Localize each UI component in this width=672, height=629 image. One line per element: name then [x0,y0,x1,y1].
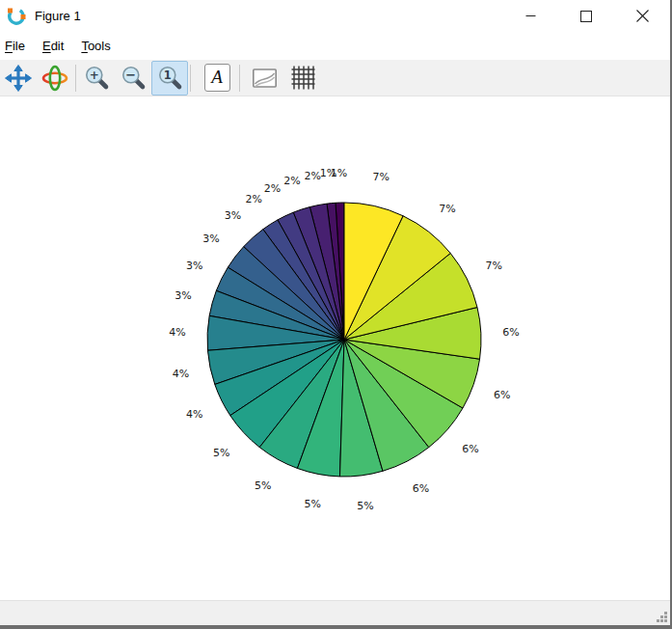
pie-slice-label: 3% [186,260,202,272]
pie-chart: 1%1%2%2%2%2%3%3%3%3%4%4%4%5%5%5%5%6%6%6%… [0,96,670,600]
pie-slice-label: 6% [462,443,478,455]
window-controls [502,0,670,32]
grid-icon [290,65,316,91]
pie-slice-label: 3% [175,289,191,302]
menu-edit[interactable]: Edit [34,34,72,58]
zoom-in-icon: + [84,65,110,91]
pie-slice-label: 4% [173,368,189,380]
text-tool-icon: A [204,64,230,92]
pie-slice-label: 5% [357,500,373,512]
zoom-reset-button[interactable]: 1 [151,61,188,96]
pie-slice-label: 6% [502,326,519,339]
pie-slice-label: 2% [304,170,320,182]
minimize-button[interactable] [502,0,558,32]
figure-window: Figure 1 File Edit Tools [0,0,672,629]
pie-slice-label: 2% [283,175,300,187]
titlebar[interactable]: Figure 1 [0,0,670,32]
statusbar [0,600,670,625]
pie-slice-label: 5% [304,498,320,510]
pan-button[interactable] [0,61,37,96]
toggle-axes-button[interactable] [246,61,282,96]
menu-file[interactable]: File [1,34,34,58]
maximize-button[interactable] [558,0,614,32]
pie-slice-label: 1% [320,167,336,179]
zoom-reset-icon: 1 [157,65,183,91]
insert-text-button[interactable]: A [199,61,235,96]
close-button[interactable] [614,0,670,32]
close-icon [636,10,649,22]
rotate-button[interactable] [37,61,73,96]
toolbar-separator [190,65,191,92]
toolbar-separator [75,65,76,92]
svg-text:−: − [125,68,136,82]
pie-slice-label: 2% [246,193,262,205]
pie-slice-label: 6% [494,389,510,401]
rotate-icon [41,65,68,92]
menu-tools[interactable]: Tools [72,34,119,58]
zoom-in-button[interactable]: + [78,61,115,96]
pie-slice-label: 5% [213,447,229,459]
zoom-out-button[interactable]: − [115,61,151,96]
pie-slice-label: 7% [485,260,501,272]
octave-logo-icon [6,6,27,27]
zoom-out-icon: − [121,65,147,91]
minimize-icon [525,11,536,21]
window-title: Figure 1 [35,9,81,23]
pie-slice-label: 3% [225,209,241,222]
svg-text:1: 1 [163,68,171,82]
toolbar: + − 1 A [0,60,670,96]
pie-slice-label: 5% [255,479,271,492]
resize-grip[interactable] [655,610,668,623]
pie-slice-label: 3% [202,232,219,245]
pan-icon [5,65,32,92]
toolbar-separator [239,65,240,92]
toggle-grid-button[interactable] [284,61,321,96]
pie-slice-label: 4% [169,326,185,339]
pie-slice-label: 7% [372,171,389,183]
pie-slice-label: 4% [186,408,202,421]
pie-slice-label: 2% [264,182,281,195]
maximize-icon [580,11,592,22]
pie-slice-label: 6% [413,482,429,495]
axes-icon [252,67,278,90]
pie-slice-label: 7% [439,203,455,215]
svg-text:+: + [89,68,98,82]
figure-canvas: 1%1%2%2%2%2%3%3%3%3%4%4%4%5%5%5%5%6%6%6%… [0,96,670,600]
menubar: File Edit Tools [0,32,670,60]
